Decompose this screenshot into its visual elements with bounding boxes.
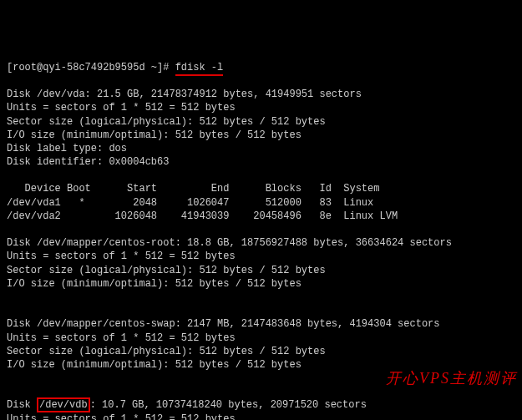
disk-vda-header: Disk /dev/vda: 21.5 GB, 21478374912 byte… xyxy=(7,89,362,100)
partition-row-vda1: /dev/vda1 * 2048 1026047 512000 83 Linux xyxy=(7,197,373,209)
partition-table-header: Device Boot Start End Blocks Id System xyxy=(7,183,379,195)
disk-root-units: Units = sectors of 1 * 512 = 512 bytes xyxy=(7,250,236,262)
disk-vdb-post: : 10.7 GB, 10737418240 bytes, 20971520 s… xyxy=(90,399,367,411)
disk-vda-sector: Sector size (logical/physical): 512 byte… xyxy=(7,116,326,128)
shell-prompt: [root@qyi-58c7492b9595d ~]# xyxy=(7,62,175,73)
disk-root-io: I/O size (minimum/optimal): 512 bytes / … xyxy=(7,278,302,290)
disk-vdb-device: /dev/vdb xyxy=(37,397,90,412)
disk-root-sector: Sector size (logical/physical): 512 byte… xyxy=(7,265,326,276)
partition-row-vda2: /dev/vda2 1026048 41943039 20458496 8e L… xyxy=(7,210,398,222)
watermark-text: 开心VPS主机测评 xyxy=(386,368,517,388)
disk-vda-units: Units = sectors of 1 * 512 = 512 bytes xyxy=(7,102,236,114)
command-input[interactable]: fdisk -l xyxy=(175,62,224,76)
disk-swap-units: Units = sectors of 1 * 512 = 512 bytes xyxy=(7,332,236,344)
disk-vdb-pre: Disk xyxy=(7,399,37,411)
disk-root-header: Disk /dev/mapper/centos-root: 18.8 GB, 1… xyxy=(7,237,452,249)
disk-vda-io: I/O size (minimum/optimal): 512 bytes / … xyxy=(7,129,302,141)
disk-vda-label: Disk label type: dos xyxy=(7,143,127,154)
disk-vda-ident: Disk identifier: 0x0004cb63 xyxy=(7,156,169,168)
disk-swap-io: I/O size (minimum/optimal): 512 bytes / … xyxy=(7,359,302,371)
disk-swap-header: Disk /dev/mapper/centos-swap: 2147 MB, 2… xyxy=(7,318,439,330)
disk-vdb-units: Units = sectors of 1 * 512 = 512 bytes xyxy=(7,413,236,420)
disk-swap-sector: Sector size (logical/physical): 512 byte… xyxy=(7,346,326,357)
